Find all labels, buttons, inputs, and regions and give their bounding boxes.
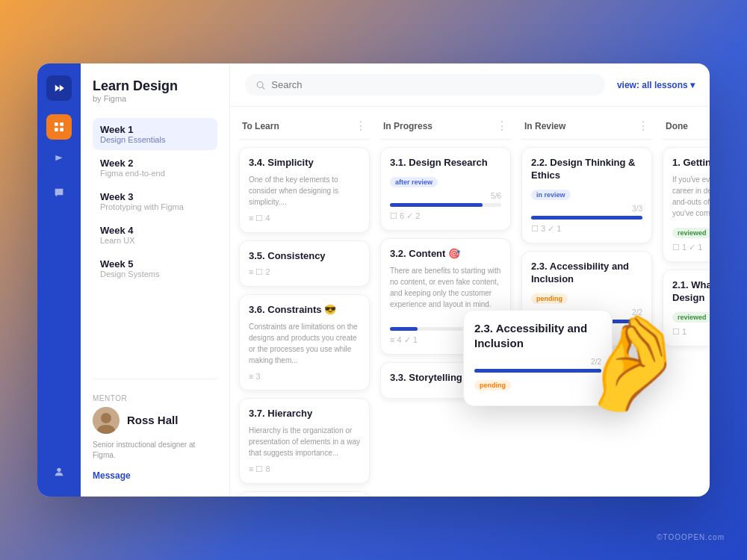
card-icons: ≡ ☐ 2 [249, 267, 270, 277]
mentor-row: Ross Hall [93, 407, 217, 434]
card-title: 2.3. Accessibility and Inclusion [531, 261, 642, 286]
nav-icon-user[interactable] [46, 459, 72, 485]
col-title: In Progress [383, 121, 433, 131]
card-text: Constraints are limitations on the desig… [249, 321, 360, 366]
svg-rect-3 [60, 128, 63, 131]
sidebar-week-week-1[interactable]: Week 1Design Essentials [93, 118, 217, 150]
kanban-col-to-learn: To Learn ⋮ 3.4. SimplicityOne of the key… [239, 119, 370, 485]
card-icons: ≡ ☐ 8 [249, 464, 270, 474]
card-footer: ☐ 6 ✓ 2 [390, 211, 501, 221]
card-title: 1. Getting Started 🚀 [672, 157, 710, 169]
svg-line-9 [262, 87, 264, 89]
card-2_2[interactable]: 2.2. Design Thinking & Ethicsin review3/… [521, 147, 652, 243]
mentor-header: Mentor [93, 394, 217, 402]
progress-label: 5/6 [390, 192, 501, 200]
nav-icon-chat[interactable] [46, 180, 72, 205]
col-header-in-progress: In Progress ⋮ [380, 119, 511, 140]
card-3_1[interactable]: 3.1. Design Researchafter review5/6☐ 6 ✓… [380, 147, 511, 231]
search-icon [255, 80, 265, 90]
col-menu-icon[interactable]: ⋮ [496, 119, 508, 133]
card-icons: ≡ 3 [249, 372, 261, 381]
card-icons: ☐ 3 ✓ 1 [531, 224, 561, 234]
col-menu-icon[interactable]: ⋮ [637, 119, 649, 133]
status-badge: pending [531, 293, 568, 304]
sidebar-week-week-2[interactable]: Week 2Figma end-to-end [93, 152, 217, 184]
col-header-to-learn: To Learn ⋮ [239, 119, 370, 140]
card-icons: ☐ 6 ✓ 2 [390, 211, 420, 221]
card-icons: ☐ 1 ✓ 1 [672, 243, 702, 252]
week-label: Week 2 [100, 158, 210, 169]
card-3_7[interactable]: 3.7. HierarchyHierarchy is the organizat… [239, 398, 370, 484]
card-3_6[interactable]: 3.6. Constraints 😎Constraints are limita… [239, 294, 370, 391]
sidebar-week-week-5[interactable]: Week 5Design Systems [93, 252, 217, 284]
status-badge: in review [531, 190, 571, 200]
week-sublabel: Design Systems [100, 270, 210, 279]
week-sublabel: Figma end-to-end [100, 169, 210, 178]
app-subtitle: by Figma [93, 94, 217, 103]
card-footer: ≡ 3 [249, 372, 360, 381]
card-1[interactable]: 1. Getting Started 🚀If you've ever wante… [663, 147, 710, 262]
kanban-col-in-progress: In Progress ⋮ 3.1. Design Researchafter … [380, 119, 511, 485]
col-title: In Review [524, 121, 565, 131]
kanban-col-in-review: In Review ⋮ 2.2. Design Thinking & Ethic… [521, 119, 652, 485]
card-icons: ≡ 4 ✓ 1 [390, 335, 418, 345]
mentor-section: Mentor Ross Hall Senior instructional de… [93, 379, 217, 482]
week-sublabel: Prototyping with Figma [100, 202, 210, 211]
logo-button[interactable] [46, 75, 72, 101]
view-filter-value[interactable]: all lessons [642, 80, 687, 90]
week-sublabel: Learn UX [100, 236, 210, 245]
svg-point-4 [57, 468, 61, 472]
nav-icon-flag[interactable] [46, 147, 72, 172]
week-label: Week 3 [100, 191, 210, 202]
watermark: ©TOOOPEN.com [657, 533, 725, 541]
svg-rect-1 [60, 122, 63, 126]
col-title: Done [666, 121, 688, 131]
week-list: Week 1Design EssentialsWeek 2Figma end-t… [93, 118, 217, 286]
card-text: If you've ever wanted to pursue a career… [672, 174, 710, 219]
mentor-avatar [93, 407, 120, 434]
card-footer: ≡ ☐ 8 [249, 464, 360, 474]
message-button[interactable]: Message [93, 470, 131, 481]
progress-bar-wrap [390, 203, 501, 207]
week-sublabel: Design Essentials [100, 135, 210, 144]
col-title: To Learn [242, 121, 279, 131]
progress-bar [390, 203, 483, 207]
hand-illustration: 🤌 [567, 301, 695, 424]
sidebar-week-week-3[interactable]: Week 3Prototyping with Figma [93, 185, 217, 217]
week-label: Week 5 [100, 258, 210, 270]
card-title: 3.4. Simplicity [249, 157, 360, 169]
card-text: One of the key elements to consider when… [249, 174, 360, 208]
col-header-in-review: In Review ⋮ [521, 119, 652, 140]
card-footer: ☐ 1 ✓ 1 [672, 243, 710, 252]
nav-icon-grid[interactable] [46, 114, 72, 140]
chevron-down-icon: ▾ [690, 80, 695, 90]
card-title: 3.7. Hierarchy [249, 408, 360, 420]
card-3_4[interactable]: 3.4. SimplicityOne of the key elements t… [239, 147, 370, 233]
progress-bar-wrap [531, 216, 642, 220]
icon-sidebar [37, 63, 81, 497]
card-footer: ≡ ☐ 4 [249, 214, 360, 223]
progress-bar [390, 327, 418, 331]
card-footer: ≡ ☐ 2 [249, 267, 360, 277]
week-label: Week 1 [100, 124, 210, 135]
status-badge: pending [474, 380, 511, 391]
search-input[interactable] [271, 79, 595, 90]
kanban-board: To Learn ⋮ 3.4. SimplicityOne of the key… [230, 107, 710, 497]
search-box[interactable] [245, 74, 605, 96]
card-3_8[interactable]: 3.8. Typography≡ ☐ 6 [239, 491, 370, 497]
progress-bar [531, 216, 642, 220]
status-badge: reviewed [672, 228, 710, 238]
sidebar-week-week-4[interactable]: Week 4Learn UX [93, 219, 217, 251]
progress-label: 3/3 [531, 205, 642, 213]
card-text: There are benefits to starting with no c… [390, 265, 501, 310]
card-title: 3.6. Constraints 😎 [249, 304, 360, 317]
card-3_5[interactable]: 3.5. Consistency≡ ☐ 2 [239, 240, 370, 287]
app-title: Learn Design [93, 78, 217, 94]
col-menu-icon[interactable]: ⋮ [355, 119, 367, 133]
card-icons: ≡ ☐ 4 [249, 214, 270, 223]
top-bar: view: all lessons ▾ [230, 63, 710, 107]
card-title: 2.1. What is Graphic Design [672, 279, 710, 305]
card-title: 3.2. Content 🎯 [390, 248, 501, 261]
card-title: 2.2. Design Thinking & Ethics [531, 157, 642, 182]
view-filter: view: all lessons ▾ [617, 80, 695, 90]
